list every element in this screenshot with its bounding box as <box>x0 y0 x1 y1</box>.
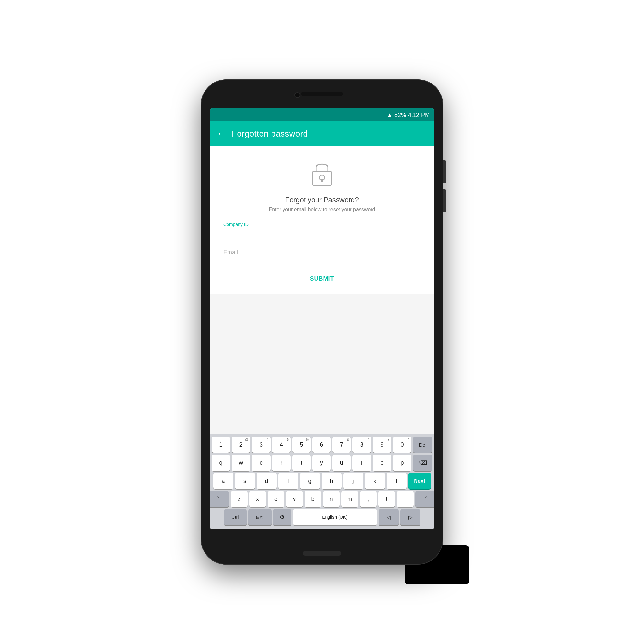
next-button[interactable]: Next <box>408 473 431 489</box>
key-w[interactable]: w <box>232 455 250 471</box>
key-x[interactable]: x <box>249 491 266 507</box>
key-0[interactable]: 0) <box>393 437 411 453</box>
shift-button-right[interactable]: ⇧ <box>415 491 434 507</box>
keyboard-row-zxcv: ⇧ z x c v b n m , ! . ⇧ <box>212 491 432 507</box>
speaker <box>301 92 343 96</box>
forgot-subtitle: Enter your email below to reset your pas… <box>269 207 375 213</box>
key-8[interactable]: 8* <box>352 437 371 453</box>
email-input[interactable] <box>223 247 421 258</box>
key-u[interactable]: u <box>332 455 351 471</box>
key-g[interactable]: g <box>300 473 320 489</box>
front-camera <box>294 92 300 98</box>
keyboard-row-asdf: a s d f g h j k l Next <box>212 473 432 489</box>
key-m[interactable]: m <box>341 491 358 507</box>
arrow-right-key[interactable]: ▷ <box>400 509 420 525</box>
signal-icon: ▲ <box>387 112 393 118</box>
key-l[interactable]: l <box>387 473 407 489</box>
company-id-input[interactable] <box>223 228 421 239</box>
key-j[interactable]: j <box>343 473 363 489</box>
content-area: Forgot your Password? Enter your email b… <box>210 146 434 294</box>
svg-rect-2 <box>321 179 323 182</box>
key-c[interactable]: c <box>268 491 284 507</box>
key-z[interactable]: z <box>231 491 248 507</box>
battery-indicator: 82% <box>394 112 406 118</box>
key-exclamation[interactable]: ! <box>378 491 395 507</box>
space-key[interactable]: English (UK) <box>293 509 377 525</box>
company-id-field-group: Company ID <box>223 222 421 239</box>
phone-screen: ▲ 82% 4:12 PM ← Forgotten password <box>210 108 434 529</box>
key-s[interactable]: s <box>235 473 255 489</box>
backspace-button[interactable]: ⌫ <box>413 455 432 471</box>
key-6[interactable]: 6^ <box>312 437 331 453</box>
key-f[interactable]: f <box>278 473 298 489</box>
lock-icon <box>309 159 335 189</box>
keyboard-row-bottom: Ctrl !#@ ⚙ English (UK) ◁ ▷ <box>212 509 432 525</box>
forgot-title: Forgot your Password? <box>285 196 359 204</box>
arrow-left-key[interactable]: ◁ <box>379 509 399 525</box>
email-field-group <box>223 247 421 258</box>
time-display: 4:12 PM <box>408 112 430 118</box>
screen-title: Forgotten password <box>232 129 308 139</box>
key-9[interactable]: 9( <box>373 437 391 453</box>
company-id-label: Company ID <box>223 222 421 227</box>
submit-button[interactable]: SUBMIT <box>223 270 421 288</box>
key-4[interactable]: 4$ <box>272 437 291 453</box>
side-button-volume[interactable] <box>443 189 446 212</box>
key-e[interactable]: e <box>252 455 270 471</box>
submit-label: SUBMIT <box>310 275 334 282</box>
side-button-power[interactable] <box>443 160 446 183</box>
key-period[interactable]: . <box>397 491 414 507</box>
key-q[interactable]: q <box>212 455 230 471</box>
key-p[interactable]: p <box>393 455 411 471</box>
key-5[interactable]: 5% <box>292 437 311 453</box>
app-bar: ← Forgotten password <box>210 121 434 146</box>
back-button[interactable]: ← <box>217 128 226 139</box>
key-v[interactable]: v <box>286 491 303 507</box>
ctrl-key[interactable]: Ctrl <box>224 509 247 525</box>
key-i[interactable]: i <box>352 455 371 471</box>
key-3[interactable]: 3# <box>252 437 270 453</box>
phone-shell: ▲ 82% 4:12 PM ← Forgotten password <box>201 79 443 565</box>
key-r[interactable]: r <box>272 455 291 471</box>
key-del[interactable]: Del <box>413 437 432 453</box>
key-k[interactable]: k <box>365 473 385 489</box>
symbols-key[interactable]: !#@ <box>248 509 272 525</box>
key-h[interactable]: h <box>322 473 342 489</box>
bottom-grey-area <box>210 294 434 359</box>
key-d[interactable]: d <box>257 473 277 489</box>
status-bar: ▲ 82% 4:12 PM <box>210 108 434 121</box>
key-a[interactable]: a <box>213 473 233 489</box>
key-t[interactable]: t <box>292 455 311 471</box>
shift-button[interactable]: ⇧ <box>210 491 229 507</box>
key-7[interactable]: 7& <box>332 437 351 453</box>
key-comma[interactable]: , <box>360 491 377 507</box>
form-area: Company ID SUBMIT <box>220 222 424 288</box>
key-o[interactable]: o <box>373 455 391 471</box>
key-b[interactable]: b <box>305 491 321 507</box>
home-button[interactable] <box>303 551 341 556</box>
keyboard-row-numbers: 1 2@ 3# 4$ 5% 6^ 7& 8* 9( 0) Del <box>212 437 432 453</box>
divider <box>223 266 421 266</box>
keyboard-row-qwerty: q w e r t y u i o p ⌫ <box>212 455 432 471</box>
key-1[interactable]: 1 <box>212 437 230 453</box>
key-n[interactable]: n <box>323 491 340 507</box>
emoji-key[interactable]: ⚙ <box>273 509 291 525</box>
key-2[interactable]: 2@ <box>232 437 250 453</box>
key-y[interactable]: y <box>312 455 331 471</box>
keyboard: 1 2@ 3# 4$ 5% 6^ 7& 8* 9( 0) Del q w e <box>210 434 434 529</box>
svg-rect-0 <box>312 171 332 185</box>
